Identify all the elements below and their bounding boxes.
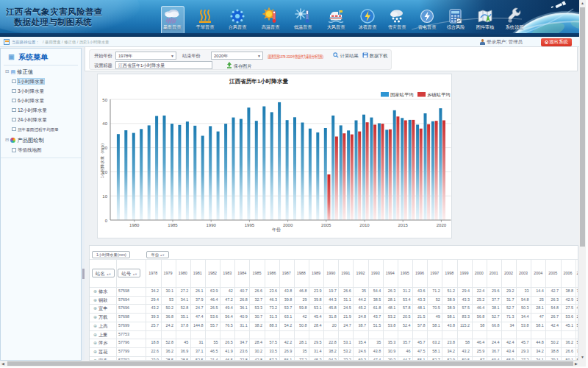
svg-text:2010: 2010: [359, 223, 370, 227]
svg-text:1995: 1995: [245, 223, 255, 227]
svg-text:1980: 1980: [129, 223, 140, 227]
svg-text:2000: 2000: [283, 223, 293, 227]
svg-text:年份: 年份: [272, 227, 281, 233]
svg-text:10: 10: [102, 194, 107, 199]
svg-text:40: 40: [102, 121, 107, 126]
svg-text:国家站平均: 国家站平均: [390, 92, 413, 98]
svg-text:1小时降水量（mm）: 1小时降水量（mm）: [100, 141, 104, 179]
svg-text:乡镇站平均: 乡镇站平均: [427, 92, 450, 97]
svg-text:0: 0: [105, 219, 108, 223]
svg-text:2005: 2005: [321, 223, 331, 227]
svg-text:50: 50: [102, 98, 107, 102]
svg-text:江西省历年1小时降水量: 江西省历年1小时降水量: [229, 78, 289, 85]
svg-text:1990: 1990: [207, 223, 217, 227]
svg-text:1985: 1985: [168, 223, 178, 227]
svg-text:2015: 2015: [398, 223, 409, 227]
svg-text:2020: 2020: [437, 223, 447, 227]
